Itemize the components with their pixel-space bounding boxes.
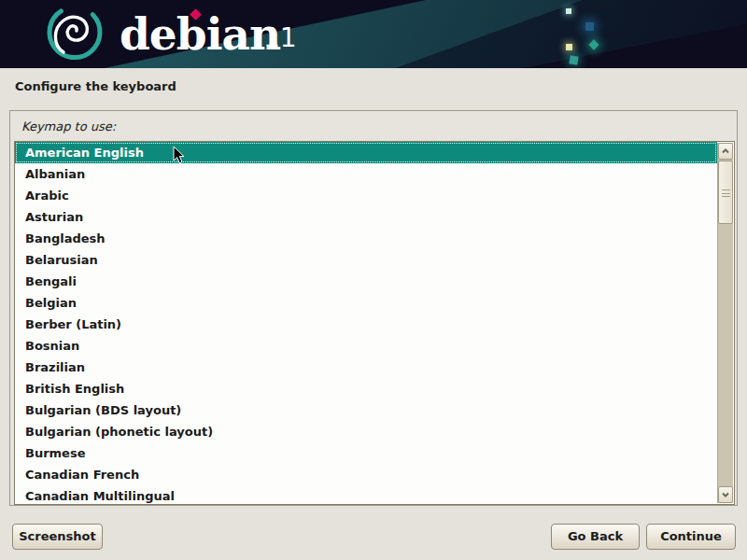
chevron-down-icon xyxy=(722,491,729,498)
scrollbar-grip xyxy=(722,189,730,197)
list-item[interactable]: Berber (Latin) xyxy=(15,314,717,335)
list-item[interactable]: Asturian xyxy=(15,206,717,228)
list-item[interactable]: Canadian French xyxy=(15,464,717,485)
vertical-scrollbar[interactable] xyxy=(717,143,733,503)
keymap-list: American EnglishAlbanianArabicAsturianBa… xyxy=(15,142,717,504)
chevron-up-icon xyxy=(722,147,729,155)
list-item[interactable]: Bulgarian (phonetic layout) xyxy=(15,421,717,442)
go-back-button[interactable]: Go Back xyxy=(551,524,640,550)
list-item[interactable]: Arabic xyxy=(15,185,717,206)
scrollbar-thumb[interactable] xyxy=(718,161,733,224)
keymap-label: Keymap to use: xyxy=(21,119,116,133)
banner: debian 11 xyxy=(0,0,747,68)
banner-decoration-square xyxy=(569,55,578,64)
continue-button[interactable]: Continue xyxy=(646,524,736,550)
debian-swirl-icon xyxy=(45,6,103,63)
list-item[interactable]: Bulgarian (BDS layout) xyxy=(15,399,717,421)
banner-decoration-square xyxy=(585,22,594,31)
banner-decoration-square xyxy=(566,8,571,14)
list-item[interactable]: Belarusian xyxy=(15,249,717,271)
list-item[interactable]: Canadian Multilingual xyxy=(15,485,717,504)
list-item[interactable]: Belgian xyxy=(15,292,717,314)
version-number: 11 xyxy=(263,20,297,57)
list-item[interactable]: Brazilian xyxy=(15,357,717,378)
keymap-listbox: American EnglishAlbanianArabicAsturianBa… xyxy=(14,141,735,505)
banner-decoration-square xyxy=(566,44,572,50)
list-item[interactable]: Albanian xyxy=(15,163,717,185)
list-item[interactable]: Bangladesh xyxy=(15,228,717,249)
scroll-down-button[interactable] xyxy=(718,486,733,503)
list-item[interactable]: Bosnian xyxy=(15,335,717,357)
screenshot-button[interactable]: Screenshot xyxy=(12,524,103,550)
list-item[interactable]: Bengali xyxy=(15,271,717,292)
list-item[interactable]: British English xyxy=(15,378,717,399)
list-item[interactable]: Burmese xyxy=(15,442,717,464)
keymap-panel: Keymap to use: American EnglishAlbanianA… xyxy=(9,110,738,506)
scroll-up-button[interactable] xyxy=(718,143,733,160)
page-title: Configure the keyboard xyxy=(15,79,176,93)
list-item[interactable]: American English xyxy=(15,142,717,163)
